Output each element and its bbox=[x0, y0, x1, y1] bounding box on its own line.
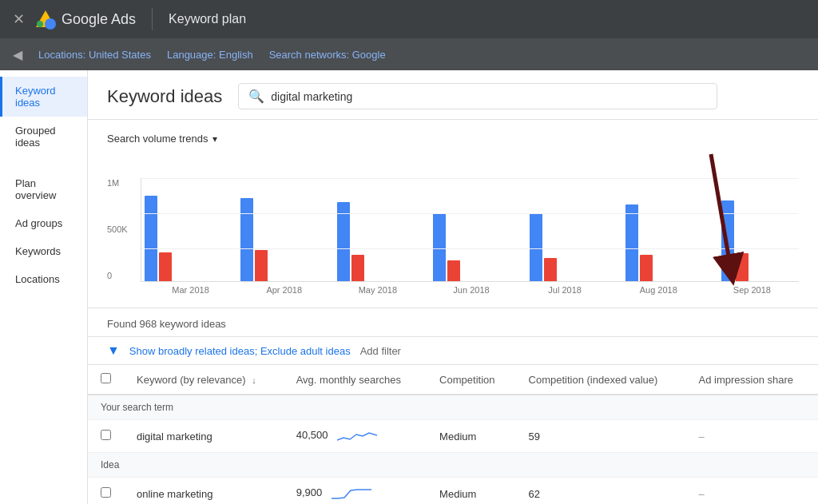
td-checkbox-2 bbox=[88, 478, 124, 505]
section-header-idea: Idea bbox=[88, 453, 818, 478]
th-competition-index[interactable]: Competition (indexed value) bbox=[516, 365, 686, 395]
th-keyword[interactable]: Keyword (by relevance) ↓ bbox=[124, 365, 284, 395]
topbar-divider bbox=[152, 8, 153, 30]
td-competition-2: Medium bbox=[427, 478, 515, 505]
chart-x-axis: Mar 2018 Apr 2018 May 2018 Jun 2018 Jul … bbox=[144, 282, 799, 295]
x-label-may: May 2018 bbox=[331, 285, 424, 295]
x-label-jun: Jun 2018 bbox=[424, 285, 518, 295]
y-label-0: 0 bbox=[107, 271, 141, 280]
month-jun bbox=[433, 213, 507, 281]
td-keyword-1: digital marketing bbox=[124, 420, 284, 453]
bar-jul-red bbox=[544, 258, 557, 281]
chart-bars bbox=[141, 178, 799, 282]
th-avg-monthly[interactable]: Avg. monthly searches bbox=[284, 365, 427, 395]
bar-apr-red bbox=[255, 250, 268, 281]
logo: Google Ads bbox=[34, 8, 136, 30]
sparkline-2 bbox=[332, 486, 371, 502]
search-box[interactable]: 🔍 bbox=[238, 83, 717, 109]
th-ad-impression[interactable]: Ad impression share bbox=[686, 365, 818, 395]
td-ad-impression-1: – bbox=[686, 420, 818, 453]
month-may bbox=[337, 202, 411, 281]
y-label-1m: 1M bbox=[107, 178, 141, 188]
search-icon: 🔍 bbox=[248, 89, 264, 104]
td-checkbox-1 bbox=[88, 420, 124, 453]
filter-link[interactable]: Show broadly related ideas; Exclude adul… bbox=[129, 345, 351, 357]
section-header-your-search-term: Your search term bbox=[88, 395, 818, 420]
chart-section: Search volume trends ▾ 1M 500K 0 bbox=[88, 120, 818, 308]
bar-mar-blue bbox=[145, 196, 157, 281]
page-title: Keyword plan bbox=[169, 12, 246, 26]
google-ads-icon bbox=[34, 8, 57, 30]
td-competition-1: Medium bbox=[427, 420, 515, 453]
bar-jun-blue bbox=[433, 213, 446, 281]
add-filter-button[interactable]: Add filter bbox=[360, 345, 401, 357]
th-competition[interactable]: Competition bbox=[427, 365, 515, 395]
month-mar bbox=[145, 196, 219, 281]
bar-sep-red bbox=[736, 253, 749, 281]
x-label-aug: Aug 2018 bbox=[612, 285, 705, 295]
td-keyword-2: online marketing bbox=[124, 478, 284, 505]
sidebar-item-locations[interactable]: Locations bbox=[0, 265, 87, 293]
td-avg-monthly-2: 9,900 bbox=[284, 478, 427, 505]
chevron-down-icon: ▾ bbox=[212, 133, 217, 145]
row-checkbox-2[interactable] bbox=[101, 487, 111, 498]
sidebar-item-ad-groups[interactable]: Ad groups bbox=[0, 209, 87, 237]
sidebar: Keyword ideas Grouped ideas Plan overvie… bbox=[0, 70, 88, 504]
keywords-table: Keyword (by relevance) ↓ Avg. monthly se… bbox=[88, 365, 818, 504]
table-row-digital-marketing: digital marketing 40,500 Medium 59 – bbox=[88, 420, 818, 453]
bar-may-blue bbox=[337, 202, 350, 281]
bar-jun-red bbox=[447, 260, 460, 281]
td-ad-impression-2: – bbox=[686, 478, 818, 505]
month-aug bbox=[625, 204, 700, 281]
month-sep bbox=[721, 200, 796, 281]
sidebar-item-grouped-ideas[interactable]: Grouped ideas bbox=[0, 117, 87, 157]
filter-row: ▼ Show broadly related ideas; Exclude ad… bbox=[88, 337, 818, 365]
app-name: Google Ads bbox=[62, 11, 136, 28]
select-all-checkbox[interactable] bbox=[101, 373, 111, 383]
td-competition-index-1: 59 bbox=[516, 420, 686, 453]
svg-point-1 bbox=[45, 18, 56, 30]
found-keywords: Found 968 keyword ideas bbox=[88, 308, 818, 337]
chart-title[interactable]: Search volume trends ▾ bbox=[107, 133, 799, 145]
chart-wrapper: 1M 500K 0 bbox=[107, 154, 799, 295]
search-input[interactable] bbox=[271, 90, 707, 103]
search-networks-item: Search networks: Google bbox=[269, 49, 386, 61]
month-jul bbox=[530, 213, 604, 281]
sort-icon: ↓ bbox=[252, 375, 256, 385]
td-competition-index-2: 62 bbox=[516, 478, 686, 505]
month-apr bbox=[240, 198, 315, 281]
topbar: ✕ Google Ads Keyword plan bbox=[0, 0, 818, 38]
chart-y-axis: 1M 500K 0 bbox=[107, 178, 141, 282]
td-avg-monthly-1: 40,500 bbox=[284, 420, 427, 453]
x-label-jul: Jul 2018 bbox=[518, 285, 612, 295]
row-checkbox-1[interactable] bbox=[101, 430, 111, 440]
table-row-online-marketing: online marketing 9,900 Medium 62 – bbox=[88, 478, 818, 505]
keyword-ideas-header: Keyword ideas 🔍 bbox=[88, 70, 818, 120]
location-bar: ◀ Locations: United States Language: Eng… bbox=[0, 38, 818, 70]
bar-apr-blue bbox=[240, 198, 253, 281]
sparkline-1 bbox=[337, 428, 377, 444]
bar-sep-blue bbox=[721, 200, 734, 281]
bar-aug-red bbox=[640, 255, 653, 281]
bar-aug-blue bbox=[625, 204, 638, 281]
layout: Keyword ideas Grouped ideas Plan overvie… bbox=[0, 70, 818, 504]
locations-item: Locations: United States bbox=[38, 49, 151, 61]
keyword-ideas-title: Keyword ideas bbox=[107, 86, 222, 107]
sidebar-item-keywords[interactable]: Keywords bbox=[0, 237, 87, 265]
close-button[interactable]: ✕ bbox=[13, 10, 25, 28]
main-content: Keyword ideas 🔍 Search volume trends ▾ 1… bbox=[88, 70, 818, 504]
y-label-500k: 500K bbox=[107, 224, 141, 234]
back-button[interactable]: ◀ bbox=[13, 47, 22, 62]
svg-point-2 bbox=[37, 21, 43, 27]
language-item: Language: English bbox=[167, 49, 253, 61]
table-wrapper: Keyword (by relevance) ↓ Avg. monthly se… bbox=[88, 365, 818, 504]
x-label-mar: Mar 2018 bbox=[144, 285, 237, 295]
x-label-apr: Apr 2018 bbox=[237, 285, 331, 295]
x-label-sep: Sep 2018 bbox=[705, 285, 799, 295]
chart-body: 1M 500K 0 bbox=[107, 154, 799, 282]
filter-icon: ▼ bbox=[107, 343, 120, 358]
bar-mar-red bbox=[159, 252, 172, 281]
sidebar-item-plan-overview[interactable]: Plan overview bbox=[0, 169, 87, 209]
bar-jul-blue bbox=[530, 213, 542, 281]
sidebar-item-keyword-ideas[interactable]: Keyword ideas bbox=[0, 77, 87, 117]
